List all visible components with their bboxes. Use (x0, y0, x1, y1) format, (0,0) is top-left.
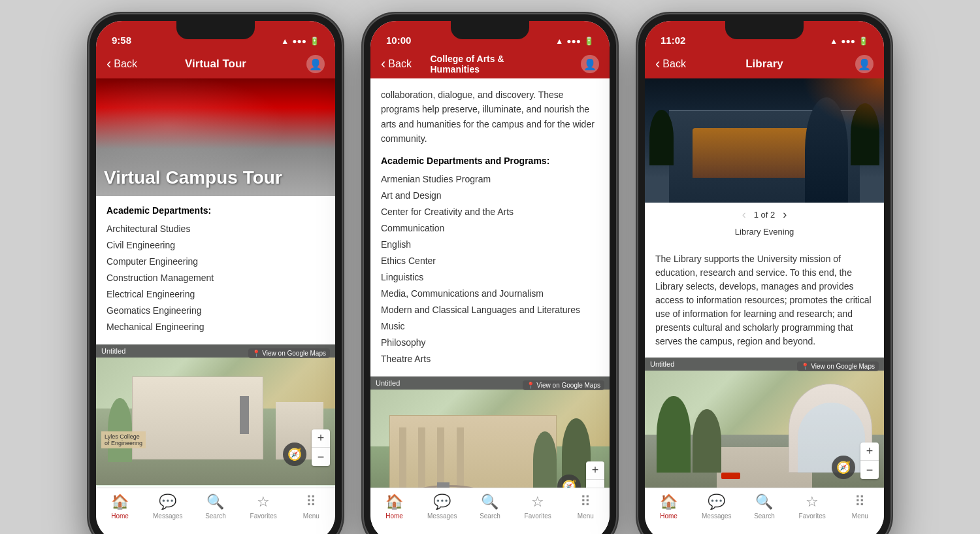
tab-bar-3: 🏠 Home 💬 Messages 🔍 Search ☆ Favorites ⠿… (645, 488, 884, 534)
location-pin-icon-1: 📍 (252, 350, 260, 357)
screen-content-1[interactable]: Virtual Campus Tour Academic Departments… (96, 78, 335, 488)
dept-item-music[interactable]: Music (381, 318, 599, 335)
nav-title-3: Library (745, 58, 783, 71)
tab-home-1[interactable]: 🏠 Home (101, 493, 140, 520)
tab-menu-1[interactable]: ⠿ Menu (291, 493, 331, 520)
map-zoom-controls-3: + − (860, 442, 879, 479)
tab-search-2[interactable]: 🔍 Search (470, 493, 510, 520)
map-location-btn-3[interactable]: 📍 View on Google Maps (797, 361, 879, 371)
map-untitled-3: Untitled (650, 360, 674, 368)
chevron-left-icon-3 (655, 57, 660, 71)
map-zoom-minus-1[interactable]: − (312, 448, 330, 466)
tab-home-label-2: Home (385, 512, 403, 520)
tab-favorites-label-2: Favorites (525, 512, 551, 520)
library-description-3: The Library supports the University miss… (645, 243, 884, 358)
map-container-2[interactable]: Untitled 📍 View on Google Maps (370, 376, 610, 488)
tab-menu-label-2: Menu (578, 512, 594, 520)
dept-item-civil[interactable]: Civil Engineering (106, 237, 325, 254)
carousel-indicator-3: 1 of 2 (754, 210, 776, 220)
map-location-btn-2[interactable]: 📍 View on Google Maps (523, 380, 604, 390)
tab-messages-3[interactable]: 💬 Messages (697, 493, 736, 520)
tab-home-2[interactable]: 🏠 Home (375, 493, 414, 520)
home-icon-1: 🏠 (111, 493, 129, 510)
tab-menu-label-3: Menu (852, 512, 868, 520)
tab-favorites-2[interactable]: ☆ Favorites (518, 493, 557, 520)
dept-item-computer[interactable]: Computer Engineering (106, 254, 325, 270)
dept-item-art[interactable]: Art and Design (381, 188, 599, 204)
menu-icon-3: ⠿ (855, 493, 865, 510)
map-zoom-plus-3[interactable]: + (860, 442, 879, 461)
status-time-3: 11:02 (661, 35, 685, 46)
back-button-1[interactable]: Back (106, 57, 137, 71)
tab-home-3[interactable]: 🏠 Home (649, 493, 689, 520)
tab-menu-2[interactable]: ⠿ Menu (566, 493, 605, 520)
map-zoom-minus-3[interactable]: − (860, 461, 879, 479)
hero-image-1: Virtual Campus Tour (96, 78, 335, 196)
avatar-2[interactable]: 👤 (581, 55, 599, 73)
dept-item-philosophy[interactable]: Philosophy (381, 335, 599, 351)
dept-item-mechanical[interactable]: Mechanical Engineering (106, 319, 325, 335)
map-terms-1: Terms (201, 487, 217, 488)
back-button-3[interactable]: Back (655, 57, 686, 71)
carousel-next-3[interactable]: › (783, 208, 787, 222)
dept-item-electrical[interactable]: Electrical Engineering (106, 286, 325, 303)
tab-search-3[interactable]: 🔍 Search (745, 493, 784, 520)
tab-messages-1[interactable]: 💬 Messages (148, 493, 188, 520)
map-zoom-plus-1[interactable]: + (312, 429, 330, 448)
status-time-1: 9:58 (112, 35, 131, 46)
map-location-btn-1[interactable]: 📍 View on Google Maps (248, 348, 330, 358)
phone-notch-2 (451, 21, 529, 39)
map-compass-3[interactable]: 🧭 (832, 456, 855, 479)
tab-favorites-1[interactable]: ☆ Favorites (244, 493, 283, 520)
avatar-1[interactable]: 👤 (306, 55, 325, 73)
map-keyboard-shortcuts-1: Keyboard shortcuts (100, 487, 151, 488)
location-pin-icon-3: 📍 (801, 363, 809, 370)
map-zoom-plus-2[interactable]: + (586, 461, 604, 480)
dept-item-creativity[interactable]: Center for Creativity and the Arts (381, 204, 599, 220)
screen-content-3[interactable]: ‹ 1 of 2 › Library Evening The Library s… (645, 78, 884, 488)
tab-favorites-3[interactable]: ☆ Favorites (792, 493, 832, 520)
tab-messages-2[interactable]: 💬 Messages (423, 493, 462, 520)
phone-3: 11:02 ▲ ●●● 🔋 Back Library 👤 (637, 13, 892, 534)
map-container-1[interactable]: Untitled 📍 View on Google Maps Lyles Col… (96, 344, 335, 488)
tab-menu-label-1: Menu (303, 512, 319, 520)
status-icons-1: ▲ ●●● 🔋 (281, 37, 319, 46)
dept-item-construction[interactable]: Construction Management (106, 270, 325, 286)
map-google-logo-1: © 2023 Google (156, 487, 196, 488)
dept-item-geomatics[interactable]: Geomatics Engineering (106, 303, 325, 319)
nav-title-1: Virtual Tour (185, 58, 246, 71)
map-container-3[interactable]: Untitled 📍 View on Google Maps (645, 358, 884, 488)
nav-bar-2: Back College of Arts & Humanities 👤 (370, 50, 610, 78)
tab-menu-3[interactable]: ⠿ Menu (840, 493, 879, 520)
back-label-1: Back (114, 58, 137, 70)
screen-content-2[interactable]: collaboration, dialogue, and discovery. … (370, 78, 610, 488)
dept-item-linguistics[interactable]: Linguistics (381, 269, 599, 286)
dept-item-communication[interactable]: Communication (381, 220, 599, 237)
tab-search-1[interactable]: 🔍 Search (196, 493, 235, 520)
phone-2: 10:00 ▲ ●●● 🔋 Back College of Arts & Hum… (363, 13, 617, 534)
dept-item-ethics[interactable]: Ethics Center (381, 253, 599, 269)
status-time-2: 10:00 (386, 35, 411, 46)
dept-heading-2: Academic Departments and Programs: (381, 156, 599, 166)
map-zoom-minus-2[interactable]: − (586, 480, 604, 488)
map-image-1: Lyles Collegeof Engineering (96, 358, 335, 485)
dept-item-english[interactable]: English (381, 237, 599, 253)
dept-item-modern-lang[interactable]: Modern and Classical Languages and Liter… (381, 302, 599, 318)
carousel-prev-3[interactable]: ‹ (742, 208, 746, 222)
tab-messages-label-2: Messages (427, 512, 457, 520)
back-button-2[interactable]: Back (381, 57, 412, 71)
avatar-3[interactable]: 👤 (855, 55, 874, 73)
dept-item-media[interactable]: Media, Communications and Journalism (381, 286, 599, 302)
map-view-google-2: View on Google Maps (536, 382, 600, 389)
dept-item-theatre[interactable]: Theatre Arts (381, 351, 599, 367)
map-compass-1[interactable]: 🧭 (283, 442, 306, 466)
dept-item-architectural[interactable]: Architectural Studies (106, 221, 325, 237)
dept-item-armenian[interactable]: Armenian Studies Program (381, 171, 599, 188)
map-untitled-2: Untitled (376, 379, 400, 387)
wifi-icon-3: ▲ (830, 37, 838, 46)
dept-heading-1: Academic Departments: (106, 205, 325, 216)
tab-favorites-label-1: Favorites (250, 512, 277, 520)
menu-icon-2: ⠿ (580, 493, 591, 510)
back-label-3: Back (662, 58, 686, 70)
messages-icon-3: 💬 (708, 493, 725, 510)
